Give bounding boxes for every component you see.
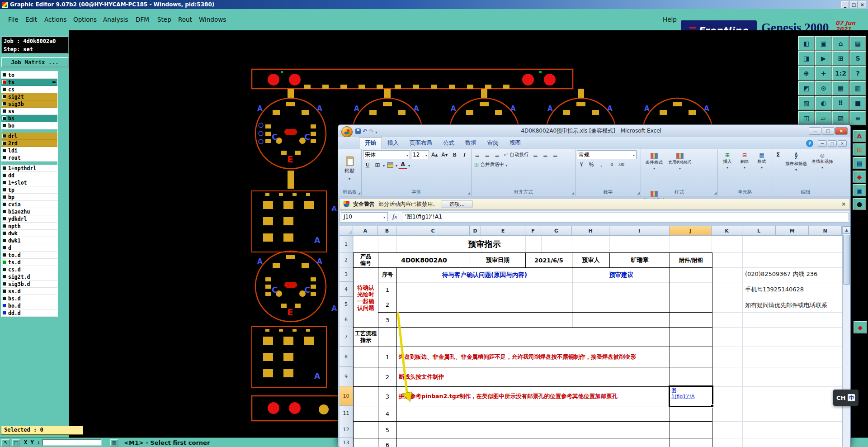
cell-C4[interactable] [396, 282, 573, 297]
row-header-5[interactable]: 5 [340, 297, 353, 312]
font-name-combo[interactable]: 宋体 [363, 150, 410, 159]
cell-C12[interactable] [396, 421, 670, 438]
layer-row-bs[interactable]: bs [1, 115, 57, 122]
align-middle-icon[interactable] [483, 150, 492, 159]
cell-J7[interactable] [670, 327, 712, 347]
cell-J13[interactable] [670, 438, 712, 447]
menu-actions[interactable]: Actions [44, 16, 66, 23]
col-header-M[interactable]: M [776, 226, 809, 236]
layer-row[interactable]: npth [1, 223, 57, 230]
toolbar-icon[interactable]: ▶ [815, 51, 832, 66]
toolbar-icon[interactable]: S [849, 51, 866, 66]
row-header-11[interactable]: 11 [340, 406, 353, 421]
comma-format-icon[interactable]: , [597, 160, 606, 169]
toolbar-icon[interactable]: ≡ [849, 111, 866, 125]
align-center-icon[interactable] [541, 150, 550, 159]
toolbar-icon[interactable]: ◐ [815, 96, 832, 110]
toolbar-icon[interactable]: ⊕ [798, 66, 815, 81]
font-size-combo[interactable]: 12 [411, 150, 429, 159]
toolbar-icon[interactable]: ▱ [815, 111, 832, 125]
side-tool-icon[interactable]: ◆ [854, 321, 867, 333]
close-icon[interactable] [859, 1, 866, 8]
layer-row-rout[interactable]: rout [1, 154, 57, 162]
toolbar-icon[interactable]: ◫ [798, 111, 815, 125]
cell-B13[interactable]: 6 [378, 438, 397, 447]
tab-home[interactable]: 开始 [359, 137, 382, 149]
col-header-D[interactable]: D [470, 226, 481, 236]
row-header-2[interactable]: 2 [340, 252, 353, 267]
layer-row[interactable]: cvia [1, 201, 57, 208]
layer-row[interactable]: bs.d [1, 295, 57, 302]
cell-B3[interactable]: 序号 [378, 267, 397, 282]
toolbar-icon[interactable]: ▦ [832, 81, 849, 95]
cell-J3[interactable] [670, 267, 712, 282]
cell-A10[interactable] [353, 386, 378, 406]
bold-button[interactable]: B [450, 150, 459, 159]
col-header-I[interactable]: I [609, 226, 670, 236]
snap-tool-icon[interactable]: ▥ [110, 439, 118, 447]
layer-row[interactable]: dd [1, 172, 57, 179]
menu-step[interactable]: Step [157, 16, 171, 23]
cell-C3-confirm-header[interactable]: 待与客户确认问题(原因与内容) [396, 267, 573, 282]
cell-C5[interactable] [396, 297, 573, 313]
menu-analysis[interactable]: Analysis [103, 16, 128, 23]
vertical-scrollbar[interactable] [842, 226, 850, 447]
cell-C11[interactable] [396, 406, 670, 422]
cell-C10-process-3[interactable]: 拼版参考pinban2.tgz制作，在类似图中所示没有邮票孔的位置参考其他位置加… [396, 386, 670, 406]
tab-data[interactable]: 数据 [460, 138, 482, 149]
wrap-text-button[interactable]: 自动换行 [503, 150, 530, 159]
layer-row[interactable]: bp [1, 194, 57, 201]
cell-A9[interactable] [353, 367, 378, 387]
cell-F2-date[interactable]: 2021/6/5 [525, 252, 572, 268]
toolbar-icon[interactable]: ◨ [798, 51, 815, 66]
layer-row-to[interactable]: to [1, 71, 57, 79]
menu-dfm[interactable]: DFM [136, 16, 149, 23]
cell-A8[interactable] [353, 347, 378, 367]
col-header-C[interactable]: C [396, 226, 470, 236]
align-bottom-icon[interactable] [493, 150, 502, 159]
shrink-font-icon[interactable]: A▾ [440, 150, 449, 159]
cell-C7[interactable] [396, 327, 670, 347]
borders-icon[interactable] [373, 160, 382, 169]
cell-C8-process-1[interactable]: 焊盘到板边、非金属孔、非金属槽间距不足，允许我司削焊盘按不露铜制作，接受焊盘被削… [396, 347, 670, 367]
layer-row[interactable]: bo.d [1, 302, 57, 309]
increase-decimal-icon[interactable]: .0 [607, 160, 616, 169]
layer-row[interactable]: dwk [1, 230, 57, 237]
paste-button[interactable]: 粘贴 [340, 150, 359, 187]
excel-titlebar[interactable]: 4D0K8002A0预审指示.xls [兼容模式] - Microsoft Ex… [338, 125, 850, 137]
conditional-formatting-button[interactable]: 条件格式 [642, 150, 666, 187]
align-left-icon[interactable] [531, 150, 540, 159]
cell-C6[interactable] [396, 312, 573, 328]
merge-center-button[interactable]: 合并后居中 [473, 160, 509, 169]
layer-row[interactable]: to.d [1, 252, 57, 259]
toolbar-icon[interactable]: + [815, 66, 832, 81]
layer-row[interactable]: dwk1 [1, 237, 57, 244]
toolbar-icon[interactable]: ■ [849, 96, 866, 110]
office-button[interactable] [341, 126, 353, 138]
save-icon[interactable] [355, 128, 361, 134]
col-header-L[interactable]: L [742, 226, 776, 236]
align-top-icon[interactable] [473, 150, 482, 159]
layer-row-bo[interactable]: bo [1, 122, 57, 129]
menu-options[interactable]: Options [73, 16, 97, 23]
ime-indicator[interactable]: CH 中 [833, 390, 859, 406]
accounting-format-icon[interactable]: ¥ [577, 160, 586, 169]
cell-B6[interactable]: 3 [378, 312, 397, 328]
cell-J4[interactable] [670, 282, 712, 297]
layer-row-drl[interactable]: drl [1, 133, 57, 140]
excel-maximize-icon[interactable] [822, 127, 835, 135]
menu-file[interactable]: File [8, 16, 19, 23]
cell-B9[interactable]: 2 [378, 367, 397, 387]
toolbar-icon[interactable]: ⌂ [832, 36, 849, 51]
cell-B12[interactable]: 5 [378, 421, 397, 438]
sort-filter-button[interactable]: AZ排序和筛选 [783, 150, 809, 187]
layer-row-ldi[interactable]: ldi [1, 147, 57, 154]
workbook-restore-icon[interactable] [828, 140, 837, 147]
format-cells-button[interactable]: ▦格式 [754, 150, 770, 187]
row-header-8[interactable]: 8 [340, 347, 353, 367]
row-header-12[interactable]: 12 [340, 421, 353, 438]
cell-A13[interactable] [353, 438, 378, 447]
side-tool-icon[interactable]: ▣ [853, 184, 866, 196]
col-header-N[interactable]: N [809, 226, 842, 236]
menu-edit[interactable]: Edit [25, 16, 37, 23]
